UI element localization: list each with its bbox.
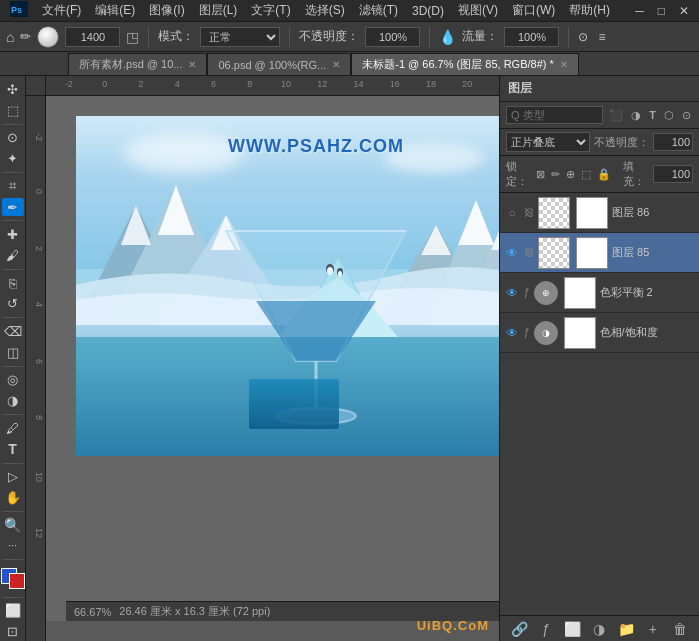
home-icon[interactable]: ⌂: [6, 29, 14, 45]
layer-opacity-input[interactable]: [653, 133, 693, 151]
magic-wand-tool[interactable]: ✦: [2, 149, 24, 168]
layer-blend-mode-select[interactable]: 正片叠底: [506, 132, 590, 152]
screen-mode-tool[interactable]: ⊡: [2, 622, 24, 641]
separator4: [568, 27, 569, 47]
tab-close-06[interactable]: ✕: [332, 59, 340, 70]
selection-tool[interactable]: ⬚: [2, 101, 24, 120]
link-layers-btn[interactable]: 🔗: [509, 619, 529, 639]
window-minimize[interactable]: ─: [629, 2, 650, 20]
menu-ps[interactable]: Ps: [4, 0, 34, 22]
type-tool[interactable]: T: [2, 440, 24, 459]
tab-materials[interactable]: 所有素材.psd @ 10... ✕: [68, 53, 207, 75]
lock-position-icon[interactable]: ⊕: [566, 168, 575, 181]
blend-mode-select[interactable]: 正常: [200, 27, 280, 47]
gradient-tool[interactable]: ◫: [2, 343, 24, 362]
pen-tool[interactable]: 🖊: [2, 419, 24, 438]
blur-tool[interactable]: ◎: [2, 371, 24, 390]
hue-sat-name: 色相/饱和度: [600, 325, 695, 340]
brush-size-value[interactable]: 1400: [65, 27, 120, 47]
hue-sat-visibility[interactable]: 👁: [504, 325, 520, 341]
window-maximize[interactable]: □: [652, 2, 671, 20]
canvas-container[interactable]: -2 0 2 4 6 8 10 12 14 16 18 20 -2 0 2 4 …: [26, 76, 499, 641]
layer-86-visibility[interactable]: ○: [504, 205, 520, 221]
layer-search-row: ⬛ ◑ T ⬡ ⊙: [500, 102, 699, 129]
delete-layer-btn[interactable]: 🗑: [670, 619, 690, 639]
tab-06[interactable]: 06.psd @ 100%(RG... ✕: [207, 53, 351, 75]
layer-86-name: 图层 86: [612, 205, 695, 220]
dodge-tool[interactable]: ◑: [2, 391, 24, 410]
lock-row: 锁定： ⊠ ✏ ⊕ ⬚ 🔒 填充：: [500, 156, 699, 193]
menu-view[interactable]: 视图(V): [452, 0, 504, 21]
eraser-tool[interactable]: ⌫: [2, 322, 24, 341]
menu-filter[interactable]: 滤镜(T): [353, 0, 404, 21]
menu-type[interactable]: 文字(T): [245, 0, 296, 21]
layer-search-input[interactable]: [506, 106, 603, 124]
opacity-value[interactable]: 100%: [365, 27, 420, 47]
menu-select[interactable]: 选择(S): [299, 0, 351, 21]
menu-3d[interactable]: 3D(D): [406, 2, 450, 20]
tool-separator: [3, 124, 23, 125]
tool-separator9: [3, 511, 23, 512]
crop-tool[interactable]: ⌗: [2, 177, 24, 196]
brush-preview[interactable]: [37, 26, 59, 48]
brush-tool[interactable]: 🖌: [2, 246, 24, 265]
lasso-tool[interactable]: ⊙: [2, 128, 24, 147]
align-icon[interactable]: ≡: [598, 30, 605, 44]
menu-image[interactable]: 图像(I): [143, 0, 190, 21]
tab-close-untitled[interactable]: ✕: [560, 59, 568, 70]
lock-artboard-icon[interactable]: ⬚: [581, 168, 591, 181]
clone-tool[interactable]: ⎘: [2, 274, 24, 293]
color-balance-visibility[interactable]: 👁: [504, 285, 520, 301]
healing-tool[interactable]: ✚: [2, 225, 24, 244]
tab-close-materials[interactable]: ✕: [188, 59, 196, 70]
lock-transparent-icon[interactable]: ⊠: [536, 168, 545, 181]
layer-row-color-balance[interactable]: 👁 ƒ ⊕ 色彩平衡 2: [500, 273, 699, 313]
menu-help[interactable]: 帮助(H): [563, 0, 616, 21]
panel-bottom-toolbar: 🔗 ƒ ⬜ ◑ 📁 + 🗑: [500, 615, 699, 641]
add-mask-btn[interactable]: ⬜: [563, 619, 583, 639]
quick-mask-tool[interactable]: ⬜: [2, 602, 24, 621]
layer-fill-input[interactable]: [653, 165, 693, 183]
menu-file[interactable]: 文件(F): [36, 0, 87, 21]
airbrush-icon[interactable]: 💧: [439, 29, 456, 45]
tool-separator2: [3, 172, 23, 173]
brush-tool-icon[interactable]: ✏: [20, 29, 31, 44]
canvas-image: WWW.PSAHZ.COM: [46, 96, 499, 621]
layer-row-hue-sat[interactable]: 👁 ƒ ◑ 色相/饱和度: [500, 313, 699, 353]
layer-filter-type-icon[interactable]: T: [647, 108, 658, 122]
move-tool[interactable]: ✣: [2, 80, 24, 99]
window-close[interactable]: ✕: [673, 2, 695, 20]
new-adjustment-btn[interactable]: ◑: [589, 619, 609, 639]
layer-85-visibility[interactable]: 👁: [504, 245, 520, 261]
layer-row-86[interactable]: ○ ⛓ 图层 86: [500, 193, 699, 233]
path-selection-tool[interactable]: ▷: [2, 467, 24, 486]
layer-filter-pixel-icon[interactable]: ⬛: [607, 108, 625, 123]
tool-separator4: [3, 269, 23, 270]
history-brush-tool[interactable]: ↺: [2, 294, 24, 313]
layer-filter-smart-icon[interactable]: ⊙: [680, 108, 693, 123]
tablet-pressure-icon[interactable]: ⊙: [578, 30, 588, 44]
color-balance-thumbnail: ⊕: [534, 281, 558, 305]
flow-value[interactable]: 100%: [504, 27, 559, 47]
hand-tool[interactable]: ✋: [2, 488, 24, 507]
new-layer-btn[interactable]: +: [643, 619, 663, 639]
add-effect-btn[interactable]: ƒ: [536, 619, 556, 639]
blend-mode-row: 正片叠底 不透明度：: [500, 129, 699, 156]
new-group-btn[interactable]: 📁: [616, 619, 636, 639]
color-swatches[interactable]: [1, 568, 25, 588]
canvas-artwork: WWW.PSAHZ.COM: [76, 116, 499, 456]
tab-untitled[interactable]: 未标题-1 @ 66.7% (图层 85, RGB/8#) * ✕: [351, 53, 579, 75]
zoom-tool[interactable]: 🔍: [2, 516, 24, 535]
hue-sat-thumbnail: ◑: [534, 321, 558, 345]
layer-filter-shape-icon[interactable]: ⬡: [662, 108, 676, 123]
lock-all-icon[interactable]: 🔒: [597, 168, 611, 181]
menu-layer[interactable]: 图层(L): [193, 0, 244, 21]
layer-row-85[interactable]: 👁 ⛓ 图层 85: [500, 233, 699, 273]
layer-filter-adjustment-icon[interactable]: ◑: [629, 108, 643, 123]
eyedropper-tool[interactable]: ✒: [2, 198, 24, 217]
extra-tools[interactable]: ···: [2, 537, 24, 556]
menu-edit[interactable]: 编辑(E): [89, 0, 141, 21]
background-color[interactable]: [9, 573, 25, 589]
menu-window[interactable]: 窗口(W): [506, 0, 561, 21]
lock-paint-icon[interactable]: ✏: [551, 168, 560, 181]
